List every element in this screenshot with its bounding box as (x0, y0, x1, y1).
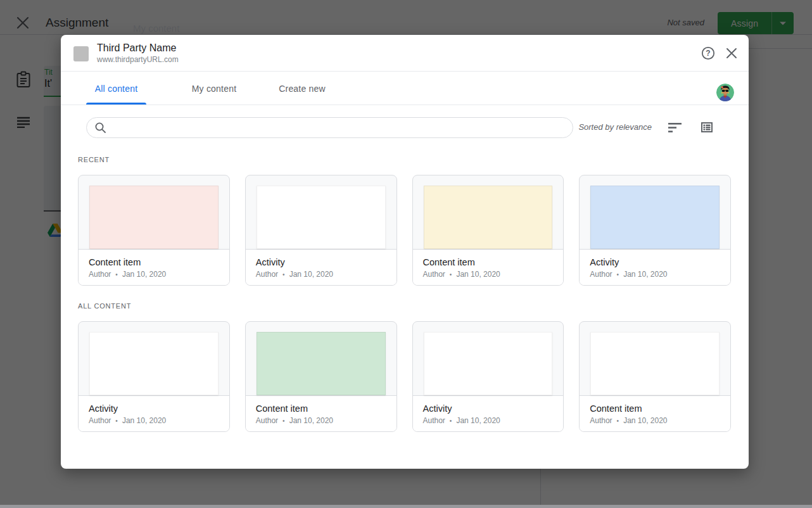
card-meta: Author • Jan 10, 2020 (423, 416, 554, 425)
card-author: Author (423, 270, 445, 279)
card-footer: Content item Author • Jan 10, 2020 (79, 249, 229, 286)
card-author: Author (590, 416, 612, 425)
card-footer: Activity Author • Jan 10, 2020 (413, 395, 564, 432)
card-date: Jan 10, 2020 (623, 416, 667, 425)
card-dot: • (282, 271, 285, 278)
card-dot: • (617, 417, 619, 424)
card-footer: Content item Author • Jan 10, 2020 (580, 395, 730, 432)
card-date: Jan 10, 2020 (289, 270, 333, 279)
card-thumb-inner (424, 186, 553, 249)
card-author: Author (89, 416, 111, 425)
card-author: Author (89, 270, 111, 279)
card-meta: Author • Jan 10, 2020 (590, 416, 720, 425)
ghost-my-content-text: My content (133, 23, 179, 34)
card-title: Activity (89, 402, 219, 415)
content-card[interactable]: Content item Author • Jan 10, 2020 (579, 321, 731, 432)
third-party-picker-dialog: Third Party Name www.thirdpartyURL.com ?… (61, 35, 749, 469)
tab-all-content[interactable]: All content (86, 72, 146, 105)
card-grid: Content item Author • Jan 10, 2020 Activ… (78, 175, 731, 286)
dialog-tab-bar: All content My content Create new (61, 72, 749, 105)
content-card[interactable]: Content item Author • Jan 10, 2020 (245, 321, 397, 432)
content-card[interactable]: Content item Author • Jan 10, 2020 (78, 175, 230, 286)
dialog-title-block: Third Party Name www.thirdpartyURL.com (97, 41, 179, 65)
screen: Assignment Not saved Assign Tit (0, 0, 812, 508)
card-author: Author (423, 416, 445, 425)
card-title: Content item (590, 402, 720, 415)
list-view-icon[interactable] (701, 121, 713, 136)
card-footer: Activity Author • Jan 10, 2020 (246, 249, 396, 286)
dialog-url: www.thirdpartyURL.com (97, 54, 179, 65)
search-icon (94, 122, 106, 134)
card-thumb-inner (257, 186, 386, 249)
dialog-body: Sorted by relevance (61, 105, 749, 432)
sort-status-label: Sorted by relevance (578, 122, 652, 132)
card-meta: Author • Jan 10, 2020 (256, 270, 386, 279)
dialog-header: Third Party Name www.thirdpartyURL.com ? (61, 35, 749, 72)
card-meta: Author • Jan 10, 2020 (590, 270, 720, 279)
tab-create-new[interactable]: Create new (271, 72, 333, 105)
section-label: RECENT (78, 156, 731, 163)
card-thumbnail (246, 322, 396, 395)
card-thumb-inner (424, 332, 553, 395)
card-title: Activity (590, 256, 720, 269)
card-title: Content item (89, 256, 219, 269)
search-input[interactable] (113, 123, 565, 133)
tab-my-content[interactable]: My content (182, 72, 246, 105)
third-party-logo (73, 46, 89, 61)
content-card[interactable]: Activity Author • Jan 10, 2020 (78, 321, 230, 432)
card-date: Jan 10, 2020 (122, 416, 166, 425)
card-thumbnail (79, 322, 229, 395)
content-card[interactable]: Content item Author • Jan 10, 2020 (412, 175, 564, 286)
card-title: Activity (256, 256, 386, 269)
card-thumb-inner (590, 186, 720, 249)
card-thumb-inner (89, 186, 219, 249)
card-thumbnail (413, 175, 564, 249)
card-footer: Content item Author • Jan 10, 2020 (246, 395, 396, 432)
card-thumb-inner (590, 332, 720, 395)
card-thumb-inner (89, 332, 219, 395)
section-label: ALL CONTENT (78, 302, 731, 310)
card-thumb-inner (257, 332, 386, 395)
search-bar[interactable] (86, 117, 573, 138)
card-thumbnail (580, 175, 730, 249)
card-dot: • (282, 417, 285, 424)
active-tab-underline (86, 103, 146, 105)
content-card[interactable]: Activity Author • Jan 10, 2020 (412, 321, 564, 432)
card-date: Jan 10, 2020 (456, 270, 500, 279)
card-footer: Activity Author • Jan 10, 2020 (580, 249, 730, 286)
avatar[interactable] (716, 84, 734, 101)
card-dot: • (450, 271, 452, 278)
svg-text:?: ? (706, 49, 710, 58)
card-author: Author (256, 270, 278, 279)
window-bottom-edge (0, 505, 812, 508)
card-author: Author (590, 270, 612, 279)
card-title: Activity (423, 402, 554, 415)
card-grid: Activity Author • Jan 10, 2020 Content i… (78, 321, 731, 432)
card-meta: Author • Jan 10, 2020 (89, 270, 219, 279)
sort-icon[interactable] (668, 123, 682, 136)
content-section: ALL CONTENT Activity Author • Jan 10, 20… (78, 302, 731, 432)
card-title: Content item (256, 402, 386, 415)
card-thumbnail (79, 175, 229, 249)
card-date: Jan 10, 2020 (623, 270, 667, 279)
card-date: Jan 10, 2020 (122, 270, 166, 279)
content-card[interactable]: Activity Author • Jan 10, 2020 (245, 175, 397, 286)
card-dot: • (617, 271, 619, 278)
content-section: RECENT Content item Author • Jan 10, 202… (78, 156, 731, 286)
card-meta: Author • Jan 10, 2020 (423, 270, 554, 279)
help-icon[interactable]: ? (701, 46, 716, 61)
card-thumbnail (246, 175, 396, 249)
content-card[interactable]: Activity Author • Jan 10, 2020 (579, 175, 731, 286)
card-meta: Author • Jan 10, 2020 (256, 416, 386, 425)
card-date: Jan 10, 2020 (289, 416, 333, 425)
card-thumbnail (413, 322, 564, 395)
card-meta: Author • Jan 10, 2020 (89, 416, 219, 425)
dialog-title: Third Party Name (97, 41, 179, 54)
card-footer: Activity Author • Jan 10, 2020 (79, 395, 229, 432)
close-dialog-icon[interactable] (724, 46, 739, 61)
card-title: Content item (423, 256, 554, 269)
card-date: Jan 10, 2020 (456, 416, 500, 425)
content-toolbar: Sorted by relevance (78, 117, 731, 138)
card-thumbnail (580, 322, 730, 395)
card-author: Author (256, 416, 278, 425)
